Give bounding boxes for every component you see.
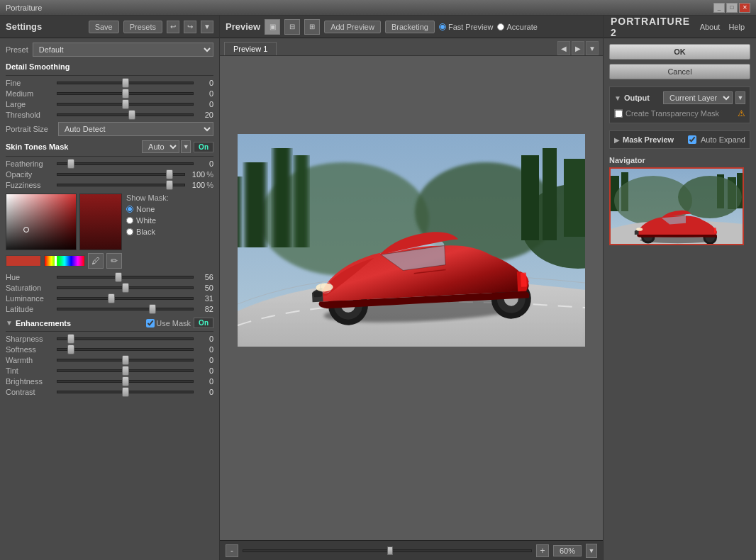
enhancements-on-button[interactable]: On — [194, 318, 213, 328]
hue-thumb-slider[interactable] — [115, 272, 122, 282]
softness-track[interactable] — [57, 348, 194, 351]
skin-tones-auto-select[interactable]: Auto — [142, 140, 179, 153]
about-button[interactable]: About — [696, 21, 725, 33]
mask-preview-collapse-icon[interactable]: ▶ — [614, 136, 620, 144]
large-thumb[interactable] — [122, 99, 129, 109]
accurate-radio-label[interactable]: Accurate — [497, 23, 537, 31]
zoom-slider-thumb[interactable] — [387, 547, 393, 555]
add-preview-button[interactable]: Add Preview — [324, 21, 381, 33]
eyedropper-button[interactable]: 🖊 — [88, 253, 104, 269]
opacity-value: 100 — [188, 170, 205, 179]
ok-button[interactable]: OK — [609, 44, 750, 60]
opacity-thumb[interactable] — [166, 169, 173, 179]
fuzziness-track[interactable] — [57, 184, 185, 186]
fine-track[interactable] — [57, 82, 194, 84]
svg-rect-37 — [714, 228, 716, 233]
show-mask-white-radio[interactable] — [126, 217, 133, 224]
brightness-thumb[interactable] — [122, 376, 129, 386]
single-view-button[interactable]: ▣ — [265, 19, 280, 35]
medium-track[interactable] — [57, 92, 194, 95]
preview-image-area[interactable] — [220, 56, 603, 540]
saturation-thumb[interactable] — [122, 283, 129, 293]
fast-preview-radio[interactable] — [439, 23, 446, 30]
luminance-thumb[interactable] — [108, 293, 115, 303]
output-layer-dropdown[interactable]: ▼ — [735, 91, 745, 104]
hue-bar[interactable] — [44, 255, 85, 267]
maximize-button[interactable]: □ — [726, 3, 738, 13]
portrait-size-select[interactable]: Auto Detect — [58, 122, 213, 136]
help-button[interactable]: Help — [724, 21, 749, 33]
show-mask-black[interactable]: Black — [126, 228, 169, 236]
tint-thumb[interactable] — [122, 366, 129, 376]
show-mask-none-radio[interactable] — [126, 206, 133, 213]
softness-thumb[interactable] — [67, 345, 74, 354]
threshold-thumb[interactable] — [128, 110, 135, 120]
warmth-thumb[interactable] — [122, 355, 129, 365]
next-preview-button[interactable]: ▶ — [572, 41, 584, 55]
show-mask-area: Show Mask: None White Black — [126, 194, 169, 269]
zoom-minus-button[interactable]: - — [226, 544, 238, 557]
undo-button[interactable]: ↩ — [167, 21, 179, 33]
warmth-label: Warmth — [6, 356, 54, 364]
settings-menu-button[interactable]: ▼ — [201, 21, 213, 33]
color-gradient-dark[interactable] — [79, 194, 122, 250]
feathering-thumb[interactable] — [67, 159, 74, 169]
hue-track[interactable] — [57, 276, 194, 279]
svg-rect-10 — [564, 159, 585, 237]
output-collapse-icon[interactable]: ▼ — [614, 94, 621, 102]
save-button[interactable]: Save — [89, 21, 119, 33]
contrast-track[interactable] — [57, 391, 194, 393]
medium-thumb[interactable] — [122, 89, 129, 99]
saturation-track[interactable] — [57, 286, 194, 289]
contrast-thumb[interactable] — [122, 387, 129, 397]
split-view-button[interactable]: ⊟ — [284, 19, 300, 35]
auto-expand-checkbox[interactable] — [688, 135, 696, 144]
navigator-image[interactable] — [609, 167, 744, 245]
output-header: ▼ Output Current Layer ▼ — [614, 91, 745, 104]
threshold-track[interactable] — [57, 113, 194, 116]
fuzziness-thumb[interactable] — [166, 180, 173, 190]
warmth-track[interactable] — [57, 359, 194, 362]
latitude-thumb[interactable] — [149, 304, 156, 314]
cancel-button[interactable]: Cancel — [609, 64, 750, 79]
fast-preview-radio-label[interactable]: Fast Preview — [439, 23, 494, 31]
tint-track[interactable] — [57, 369, 194, 372]
brightness-track[interactable] — [57, 380, 194, 383]
feathering-track[interactable] — [57, 162, 194, 165]
show-mask-white[interactable]: White — [126, 216, 169, 225]
luminance-track[interactable] — [57, 297, 194, 300]
sharpness-track[interactable] — [57, 337, 194, 340]
color-swatch[interactable] — [6, 255, 41, 267]
bracketing-button[interactable]: Bracketing — [385, 21, 435, 33]
enhancements-collapse-icon[interactable]: ▼ — [6, 319, 13, 327]
skin-tones-auto-arrow[interactable]: ▼ — [181, 140, 191, 153]
preset-select[interactable]: Default — [33, 43, 213, 57]
sharpness-thumb[interactable] — [67, 334, 74, 344]
eyedropper2-button[interactable]: ✏ — [106, 253, 122, 269]
show-mask-none[interactable]: None — [126, 205, 169, 213]
prev-preview-button[interactable]: ◀ — [557, 41, 570, 55]
color-gradient-red[interactable] — [6, 194, 77, 250]
preview-tab-1[interactable]: Preview 1 — [224, 42, 277, 55]
presets-button[interactable]: Presets — [123, 21, 162, 33]
skin-tones-on-button[interactable]: On — [194, 142, 213, 152]
side-by-side-button[interactable]: ⊞ — [304, 19, 320, 35]
svg-point-36 — [636, 228, 643, 231]
fine-value: 0 — [196, 79, 213, 87]
fine-thumb[interactable] — [122, 78, 129, 88]
redo-button[interactable]: ↪ — [184, 21, 196, 33]
large-track[interactable] — [57, 103, 194, 106]
close-button[interactable]: ✕ — [739, 3, 750, 13]
latitude-track[interactable] — [57, 308, 194, 310]
zoom-slider[interactable] — [243, 549, 532, 552]
opacity-track[interactable] — [57, 173, 185, 176]
minimize-button[interactable]: _ — [713, 3, 725, 13]
show-mask-black-radio[interactable] — [126, 228, 133, 235]
zoom-dropdown-button[interactable]: ▼ — [586, 544, 597, 558]
mask-preview-title: Mask Preview — [623, 135, 685, 144]
zoom-plus-button[interactable]: + — [536, 544, 549, 557]
output-layer-select[interactable]: Current Layer — [663, 91, 733, 104]
preview-nav-dropdown-button[interactable]: ▼ — [586, 41, 599, 55]
use-mask-checkbox[interactable] — [146, 319, 155, 327]
transparency-checkbox[interactable] — [615, 110, 623, 118]
